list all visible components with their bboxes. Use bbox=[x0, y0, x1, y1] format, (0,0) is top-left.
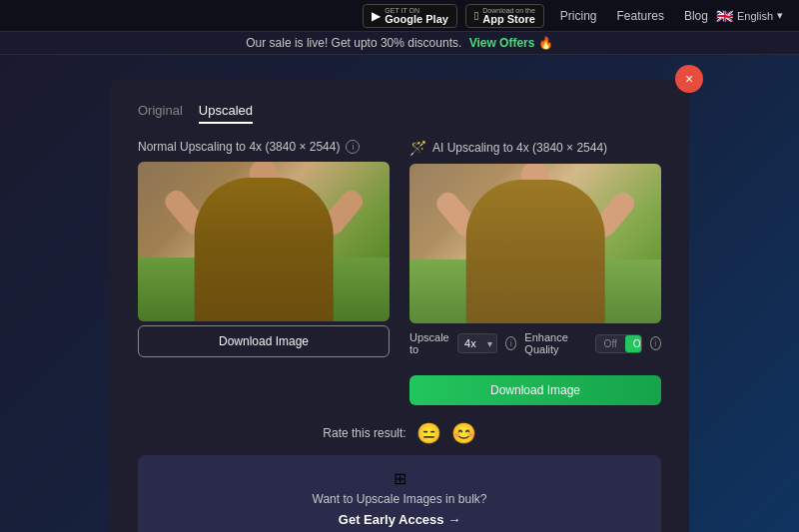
comparison-grid: Normal Upscaling to 4x (3840 × 2544) i bbox=[138, 140, 661, 405]
tab-bar: Original Upscaled bbox=[138, 103, 661, 124]
bulk-icon: ⊞ bbox=[158, 469, 641, 488]
download-normal-button[interactable]: Download Image bbox=[138, 325, 390, 357]
upscale-select-wrap: 1x 2x 4x 8x bbox=[457, 333, 497, 353]
happy-emoji-button[interactable]: 😊 bbox=[451, 421, 476, 445]
flag-icon: 🇬🇧 bbox=[716, 8, 733, 24]
tab-upscaled[interactable]: Upscaled bbox=[199, 103, 253, 124]
app-store-button[interactable]:  Download on the App Store bbox=[465, 4, 544, 28]
google-play-big-label: Google Play bbox=[385, 14, 448, 25]
features-link[interactable]: Features bbox=[617, 9, 664, 23]
normal-image bbox=[138, 162, 390, 321]
google-play-button[interactable]: ▶ GET IT ON Google Play bbox=[363, 4, 457, 28]
enhance-quality-toggle: Off On bbox=[595, 334, 642, 353]
ai-label: AI Upscaling to 4x (3840 × 2544) bbox=[432, 141, 607, 155]
tab-original[interactable]: Original bbox=[138, 103, 183, 124]
close-button[interactable]: × bbox=[675, 65, 703, 93]
normal-label: Normal Upscaling to 4x (3840 × 2544) bbox=[138, 140, 340, 154]
rating-row: Rate this result: 😑 😊 bbox=[138, 421, 661, 445]
bulk-upsell-box: ⊞ Want to Upscale Images in bulk? Get Ea… bbox=[138, 455, 661, 532]
blog-link[interactable]: Blog bbox=[684, 9, 708, 23]
chevron-down-icon: ▾ bbox=[777, 9, 783, 22]
google-play-icon: ▶ bbox=[372, 9, 381, 23]
upscale-dialog: × Original Upscaled Normal Upscaling to … bbox=[110, 79, 689, 532]
nav-links: Pricing Features Blog bbox=[560, 9, 708, 23]
top-navigation: ▶ GET IT ON Google Play  Download on th… bbox=[0, 0, 799, 32]
pricing-link[interactable]: Pricing bbox=[560, 9, 597, 23]
language-selector[interactable]: 🇬🇧 English ▾ bbox=[716, 8, 783, 24]
toggle-on-option[interactable]: On bbox=[625, 335, 642, 352]
get-early-access-link[interactable]: Get Early Access → bbox=[339, 512, 460, 527]
ai-column: 🪄 AI Upscaling to 4x (3840 × 2544) bbox=[409, 140, 661, 405]
ai-magic-icon: 🪄 bbox=[409, 140, 426, 156]
upscale-info-icon[interactable]: i bbox=[505, 336, 516, 350]
enhance-quality-label: Enhance Quality bbox=[524, 331, 586, 355]
sad-emoji-button[interactable]: 😑 bbox=[416, 421, 441, 445]
normal-info-icon[interactable]: i bbox=[346, 140, 360, 154]
ai-image bbox=[409, 164, 661, 323]
toggle-off-option[interactable]: Off bbox=[596, 335, 625, 352]
bulk-text: Want to Upscale Images in bulk? bbox=[158, 492, 641, 506]
apple-icon:  bbox=[474, 9, 478, 23]
view-offers-link[interactable]: View Offers 🔥 bbox=[469, 36, 553, 50]
sale-banner: Our sale is live! Get upto 30% discounts… bbox=[0, 32, 799, 55]
upscale-select[interactable]: 1x 2x 4x 8x bbox=[457, 333, 497, 353]
upscale-to-label: Upscale to bbox=[409, 331, 449, 355]
language-label: English bbox=[737, 10, 773, 22]
app-store-big-label: App Store bbox=[482, 14, 535, 25]
download-ai-button[interactable]: Download Image bbox=[409, 375, 661, 405]
enhance-info-icon[interactable]: i bbox=[650, 336, 661, 350]
upscale-controls: Upscale to 1x 2x 4x 8x i Enhance Quality bbox=[409, 331, 661, 355]
rate-label: Rate this result: bbox=[323, 426, 405, 440]
banner-text: Our sale is live! Get upto 30% discounts… bbox=[246, 36, 461, 50]
normal-column: Normal Upscaling to 4x (3840 × 2544) i bbox=[138, 140, 390, 405]
close-icon: × bbox=[685, 71, 693, 87]
